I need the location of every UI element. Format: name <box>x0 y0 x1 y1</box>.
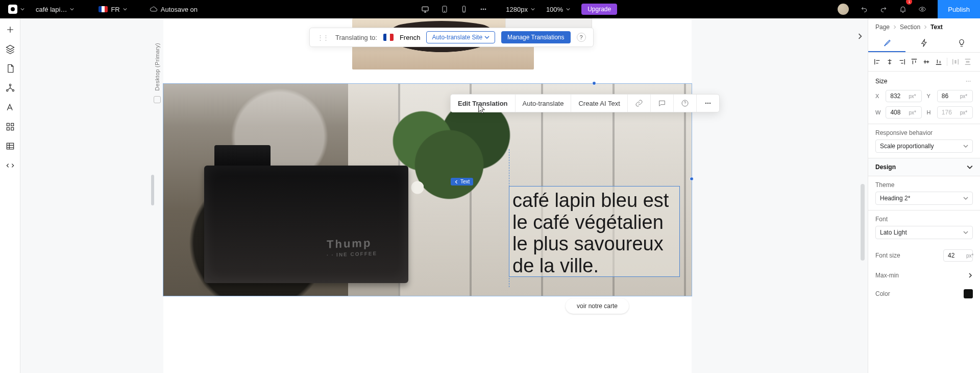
responsive-value: Scale proportionally <box>880 143 934 150</box>
flag-france-icon <box>99 6 108 12</box>
selection-handle-right[interactable] <box>690 177 694 181</box>
selection-type-pill: Text <box>451 178 473 185</box>
chevron-right-icon <box>923 25 927 29</box>
site-picker[interactable]: café lapi… <box>33 0 77 18</box>
tab-design[interactable] <box>868 34 905 52</box>
manage-translations-button[interactable]: Manage Translations <box>501 31 570 43</box>
cta-button-element[interactable]: voir notre carte <box>566 298 629 314</box>
fontsize-input[interactable]: px* <box>943 249 973 262</box>
color-section: Color <box>868 284 980 298</box>
plus-icon <box>5 25 15 35</box>
canvas-scrollbar[interactable] <box>861 184 865 261</box>
device-desktop[interactable] <box>418 0 432 18</box>
responsive-label: Responsive behavior <box>875 129 973 136</box>
svg-point-6 <box>481 9 482 10</box>
rail-code[interactable] <box>5 160 15 171</box>
align-right[interactable] <box>897 57 907 67</box>
align-vcenter[interactable] <box>921 57 932 67</box>
canvas-width-picker[interactable]: 1280px <box>503 0 538 18</box>
page-stage[interactable]: ⋮⋮ Translating to: French Auto-translate… <box>163 18 692 373</box>
drag-handle-icon[interactable]: ⋮⋮ <box>317 34 328 41</box>
align-bottom[interactable] <box>934 57 944 67</box>
selection-handle-top[interactable] <box>592 81 596 85</box>
chevron-right-icon <box>893 25 897 29</box>
selected-text-element[interactable]: café lapin bleu est le café végétalien l… <box>509 186 680 277</box>
section-resize-handle[interactable] <box>151 175 154 205</box>
auto-translate-site-button[interactable]: Auto-translate Site <box>426 31 495 43</box>
canvas[interactable]: Desktop (Primary) ⋮⋮ Translating to: Fre… <box>20 18 868 373</box>
chevron-down-icon <box>963 196 968 201</box>
svg-point-11 <box>6 89 8 91</box>
canvas-width-value: 1280px <box>506 6 528 13</box>
notifications-button[interactable]: 1 <box>896 0 910 18</box>
preview-button[interactable] <box>915 0 929 18</box>
publish-button[interactable]: Publish <box>938 0 980 18</box>
text-content: café lapin bleu est le café végétalien l… <box>512 190 676 276</box>
align-hcenter[interactable] <box>885 57 895 67</box>
avatar[interactable] <box>835 0 852 18</box>
notification-count-badge: 1 <box>906 0 912 5</box>
color-swatch[interactable] <box>964 289 973 298</box>
size-more-button[interactable] <box>964 77 973 86</box>
logo-menu[interactable] <box>5 0 28 18</box>
device-tablet[interactable] <box>437 0 452 18</box>
w-label: W <box>875 109 880 115</box>
h-input[interactable]: px* <box>937 106 973 119</box>
align-left[interactable] <box>872 57 883 67</box>
eye-icon <box>918 5 926 13</box>
y-input[interactable]: px* <box>937 90 973 102</box>
rail-connections[interactable] <box>5 83 15 93</box>
question-icon <box>681 99 689 107</box>
language-code: FR <box>111 6 119 13</box>
redo-button[interactable] <box>876 0 891 18</box>
maxmin-label: Max-min <box>875 272 899 279</box>
tab-ideas[interactable] <box>943 34 980 52</box>
panel-collapse-button[interactable] <box>853 30 867 43</box>
crumb-page[interactable]: Page <box>875 24 890 31</box>
svg-point-3 <box>445 11 445 12</box>
maxmin-section[interactable]: Max-min <box>868 267 980 284</box>
rail-typography[interactable] <box>5 102 15 112</box>
rail-pages[interactable] <box>5 63 15 74</box>
ctx-link-button[interactable] <box>628 95 651 112</box>
ctx-comment-button[interactable] <box>651 95 674 112</box>
create-ai-text-button[interactable]: Create AI Text <box>571 95 627 112</box>
crumb-section[interactable]: Section <box>900 24 920 31</box>
topbar: café lapi… FR Autosave on 1280px 100% Up… <box>0 0 980 18</box>
upgrade-button[interactable]: Upgrade <box>581 4 617 15</box>
font-select[interactable]: Lato Light <box>875 226 973 239</box>
w-input[interactable]: px* <box>886 106 921 119</box>
ctx-help-button[interactable] <box>674 95 697 112</box>
section[interactable]: Thump · · INE COFFEE café lapin bleu est… <box>163 84 692 296</box>
x-input[interactable]: px* <box>886 90 921 102</box>
rail-apps[interactable] <box>5 122 15 132</box>
rail-layers[interactable] <box>5 44 15 54</box>
crumb-current: Text <box>930 24 943 31</box>
translation-bar[interactable]: ⋮⋮ Translating to: French Auto-translate… <box>309 28 594 47</box>
rail-cms[interactable] <box>5 141 15 151</box>
svg-point-5 <box>464 11 464 12</box>
tab-interactions[interactable] <box>905 34 943 52</box>
chevron-down-icon <box>967 164 973 170</box>
auto-translate-button[interactable]: Auto-translate <box>516 95 572 112</box>
distribute-v[interactable] <box>963 57 973 67</box>
design-header[interactable]: Design <box>868 158 980 176</box>
help-icon[interactable]: ? <box>577 33 586 42</box>
breakpoint-checkbox[interactable] <box>154 96 161 103</box>
responsive-select[interactable]: Scale proportionally <box>875 139 973 153</box>
language-picker[interactable]: FR <box>95 0 130 18</box>
distribute-h[interactable] <box>950 57 961 67</box>
device-mobile[interactable] <box>457 0 471 18</box>
cursor-icon <box>477 103 486 114</box>
theme-select[interactable]: Heading 2* <box>875 192 973 205</box>
zoom-picker[interactable]: 100% <box>543 0 573 18</box>
table-icon <box>5 141 15 151</box>
rail-add[interactable] <box>5 25 15 35</box>
undo-button[interactable] <box>857 0 871 18</box>
ctx-more-button[interactable] <box>697 95 719 112</box>
device-more[interactable] <box>476 0 491 18</box>
ellipsis-icon <box>704 99 712 107</box>
fontsize-section: Font size px* <box>868 244 980 267</box>
align-top[interactable] <box>909 57 919 67</box>
chevron-down-icon <box>963 144 968 149</box>
